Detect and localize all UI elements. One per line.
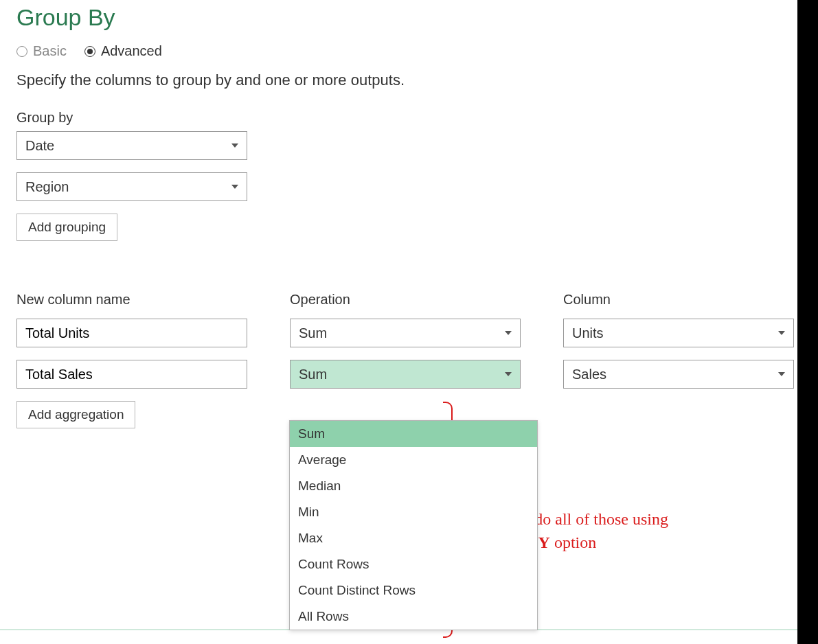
operation-option[interactable]: Sum bbox=[290, 421, 537, 447]
groupby-select-0[interactable]: Date bbox=[16, 131, 247, 160]
operation-option[interactable]: Median bbox=[290, 473, 537, 499]
agg-column-value-1: Sales bbox=[572, 367, 606, 382]
groupby-select-1-value: Region bbox=[25, 179, 69, 195]
operation-option[interactable]: Min bbox=[290, 499, 537, 525]
agg-operation-value-1: Sum bbox=[299, 367, 327, 382]
add-grouping-button[interactable]: Add grouping bbox=[16, 214, 117, 241]
radio-basic[interactable]: Basic bbox=[16, 43, 67, 59]
radio-circle-icon bbox=[84, 46, 95, 57]
dialog-title: Group By bbox=[16, 4, 802, 31]
operation-option[interactable]: Average bbox=[290, 447, 537, 473]
agg-column-select-1[interactable]: Sales bbox=[563, 360, 794, 389]
groupby-select-1[interactable]: Region bbox=[16, 172, 247, 201]
agg-name-input-0[interactable] bbox=[16, 319, 247, 347]
column-label: Column bbox=[563, 292, 794, 308]
radio-basic-label: Basic bbox=[33, 43, 67, 59]
crop-bar-right bbox=[797, 0, 818, 644]
mode-radio-group: Basic Advanced bbox=[16, 43, 802, 59]
agg-column-select-0[interactable]: Units bbox=[563, 319, 794, 347]
chevron-down-icon bbox=[778, 331, 785, 335]
operation-option[interactable]: Max bbox=[290, 525, 537, 551]
agg-operation-select-0[interactable]: Sum bbox=[290, 319, 521, 347]
operation-option[interactable]: Count Distinct Rows bbox=[290, 577, 537, 603]
agg-name-input-1[interactable] bbox=[16, 360, 247, 389]
operation-label: Operation bbox=[290, 292, 521, 308]
operation-option[interactable]: Count Rows bbox=[290, 551, 537, 577]
operation-option[interactable]: All Rows bbox=[290, 603, 537, 630]
radio-circle-icon bbox=[16, 46, 27, 57]
chevron-down-icon bbox=[778, 372, 785, 376]
radio-advanced-label: Advanced bbox=[101, 43, 162, 59]
chevron-down-icon bbox=[231, 143, 238, 148]
agg-column-value-0: Units bbox=[572, 325, 604, 341]
instruction-text: Specify the columns to group by and one … bbox=[16, 71, 802, 89]
chevron-down-icon bbox=[505, 331, 512, 335]
new-column-name-label: New column name bbox=[16, 292, 247, 308]
groupby-label: Group by bbox=[16, 110, 802, 126]
agg-operation-value-0: Sum bbox=[299, 325, 327, 341]
chevron-down-icon bbox=[505, 372, 512, 376]
radio-advanced[interactable]: Advanced bbox=[84, 43, 162, 59]
add-aggregation-button[interactable]: Add aggregation bbox=[16, 401, 135, 428]
annotation-after: option bbox=[550, 533, 596, 551]
groupby-select-0-value: Date bbox=[25, 138, 54, 154]
operation-dropdown-menu[interactable]: SumAverageMedianMinMaxCount RowsCount Di… bbox=[289, 420, 538, 630]
agg-operation-select-1[interactable]: Sum bbox=[290, 360, 521, 389]
chevron-down-icon bbox=[231, 185, 238, 189]
